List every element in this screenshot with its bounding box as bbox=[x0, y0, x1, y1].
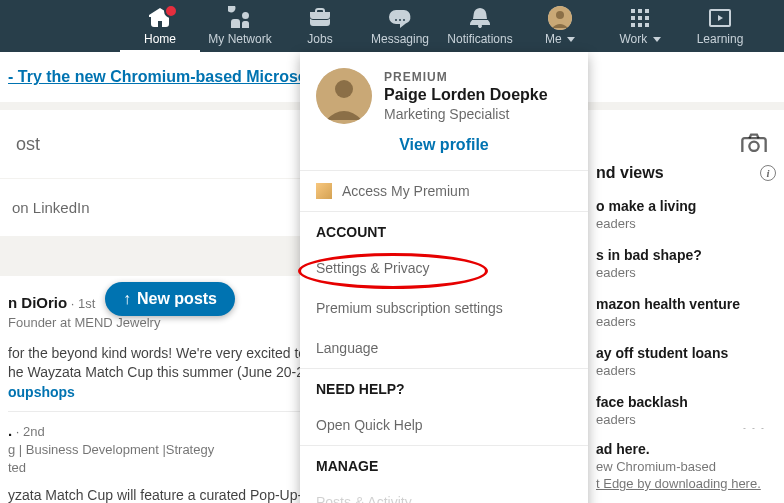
learning-icon bbox=[708, 6, 732, 30]
rail-item[interactable]: o make a livingeaders bbox=[596, 198, 776, 231]
svg-rect-4 bbox=[645, 9, 649, 13]
avatar-large[interactable] bbox=[316, 68, 372, 124]
account-section-header: ACCOUNT bbox=[300, 212, 588, 248]
dropdown-profile: PREMIUM Paige Lorden Doepke Marketing Sp… bbox=[300, 52, 588, 170]
language-link[interactable]: Language bbox=[300, 328, 588, 368]
jobs-icon bbox=[308, 6, 332, 30]
nav-messaging-label: Messaging bbox=[371, 32, 429, 46]
svg-point-1 bbox=[556, 11, 564, 19]
nav-network[interactable]: My Network bbox=[200, 0, 280, 52]
info-icon[interactable]: i bbox=[760, 165, 776, 181]
view-profile-link[interactable]: View profile bbox=[316, 136, 572, 154]
nav-work[interactable]: Work bbox=[600, 0, 680, 52]
rail-ad[interactable]: ad here. ew Chromium-based t Edge by dow… bbox=[588, 429, 784, 503]
manage-section-header: MANAGE bbox=[300, 446, 588, 482]
nav-jobs[interactable]: Jobs bbox=[280, 0, 360, 52]
network-icon bbox=[228, 6, 252, 30]
home-notification-badge bbox=[164, 4, 178, 18]
rail-item[interactable]: mazon health ventureeaders bbox=[596, 296, 776, 329]
premium-icon bbox=[316, 183, 332, 199]
nav-learning[interactable]: Learning bbox=[680, 0, 760, 52]
profile-headline: Marketing Specialist bbox=[384, 106, 572, 122]
svg-rect-3 bbox=[638, 9, 642, 13]
profile-name: Paige Lorden Doepke bbox=[384, 86, 572, 104]
svg-rect-7 bbox=[645, 16, 649, 20]
news-rail: nd views i o make a livingeaders s in ba… bbox=[588, 152, 784, 439]
work-icon bbox=[628, 6, 652, 30]
nav-me-label: Me bbox=[545, 32, 575, 46]
me-dropdown: PREMIUM Paige Lorden Doepke Marketing Sp… bbox=[300, 52, 588, 503]
nav-notifications[interactable]: Notifications bbox=[440, 0, 520, 52]
avatar-icon bbox=[548, 6, 572, 30]
rail-item[interactable]: ay off student loanseaders bbox=[596, 345, 776, 378]
svg-rect-10 bbox=[645, 23, 649, 27]
svg-rect-9 bbox=[638, 23, 642, 27]
new-posts-button[interactable]: ↑ New posts bbox=[105, 282, 235, 316]
posts-activity-link[interactable]: Posts & Activity bbox=[300, 482, 588, 503]
svg-rect-2 bbox=[631, 9, 635, 13]
nav-work-label: Work bbox=[619, 32, 660, 46]
new-posts-label: New posts bbox=[137, 290, 217, 308]
settings-privacy-link[interactable]: Settings & Privacy bbox=[300, 248, 588, 288]
help-section-header: NEED HELP? bbox=[300, 369, 588, 405]
chevron-down-icon bbox=[567, 37, 575, 42]
quick-help-link[interactable]: Open Quick Help bbox=[300, 405, 588, 445]
top-nav: Home My Network Jobs Messaging Notificat… bbox=[0, 0, 784, 52]
svg-rect-8 bbox=[631, 23, 635, 27]
arrow-up-icon: ↑ bbox=[123, 290, 131, 308]
nav-jobs-label: Jobs bbox=[307, 32, 332, 46]
premium-settings-link[interactable]: Premium subscription settings bbox=[300, 288, 588, 328]
svg-point-13 bbox=[749, 142, 758, 151]
nav-items: Home My Network Jobs Messaging Notificat… bbox=[120, 0, 760, 52]
nav-home-label: Home bbox=[144, 32, 176, 46]
premium-badge: PREMIUM bbox=[384, 70, 572, 84]
svg-point-15 bbox=[335, 80, 353, 98]
nav-messaging[interactable]: Messaging bbox=[360, 0, 440, 52]
nav-home[interactable]: Home bbox=[120, 0, 200, 52]
nav-learning-label: Learning bbox=[697, 32, 744, 46]
access-premium-link[interactable]: Access My Premium bbox=[300, 171, 588, 211]
rail-item[interactable]: s in bad shape?eaders bbox=[596, 247, 776, 280]
messaging-icon bbox=[388, 6, 412, 30]
nav-network-label: My Network bbox=[208, 32, 271, 46]
author-name[interactable]: n DiOrio bbox=[8, 294, 67, 311]
chevron-down-icon bbox=[653, 37, 661, 42]
nav-me[interactable]: Me bbox=[520, 0, 600, 52]
nav-notifications-label: Notifications bbox=[447, 32, 512, 46]
start-post-label: ost bbox=[16, 134, 40, 155]
notifications-icon bbox=[468, 6, 492, 30]
svg-rect-6 bbox=[638, 16, 642, 20]
rail-header: nd views i bbox=[596, 164, 776, 182]
svg-rect-5 bbox=[631, 16, 635, 20]
